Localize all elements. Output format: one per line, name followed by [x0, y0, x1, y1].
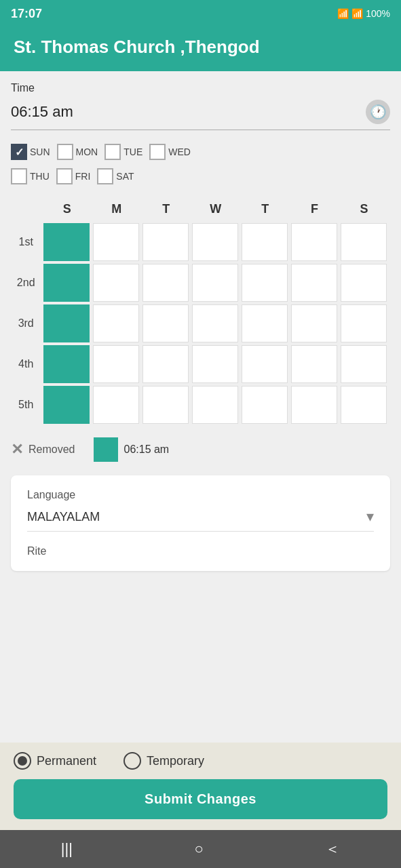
radio-permanent[interactable]: Permanent: [14, 752, 96, 770]
day-wed[interactable]: WED: [149, 144, 191, 160]
table-row: 5th: [14, 386, 387, 424]
day-fri[interactable]: FRI: [56, 168, 91, 184]
label-sun: SUN: [30, 146, 50, 157]
submit-button[interactable]: Submit Changes: [14, 779, 387, 819]
table-row: 3rd: [14, 304, 387, 342]
cell-3rd-s[interactable]: [43, 304, 90, 342]
home-icon[interactable]: ○: [194, 840, 203, 858]
cell-2nd-f[interactable]: [291, 264, 338, 302]
dropdown-arrow-icon[interactable]: ▾: [366, 508, 374, 526]
label-mon: MON: [76, 146, 98, 157]
cell-2nd-t2[interactable]: [242, 264, 288, 302]
col-header-t1: T: [142, 198, 189, 220]
radio-outer-permanent: [14, 752, 31, 770]
cell-1st-f[interactable]: [291, 223, 338, 261]
back-icon[interactable]: ＜: [325, 839, 340, 859]
cell-5th-f[interactable]: [291, 386, 338, 424]
cell-3rd-t2[interactable]: [242, 304, 288, 342]
row-label-4th: 4th: [14, 345, 41, 383]
legend-time: 06:15 am: [94, 437, 169, 462]
legend-removed: ✕ Removed: [11, 441, 75, 458]
language-select-row[interactable]: MALAYALAM ▾: [27, 508, 374, 532]
cell-3rd-f[interactable]: [291, 304, 338, 342]
cell-4th-t1[interactable]: [142, 345, 189, 383]
cell-4th-s2[interactable]: [341, 345, 387, 383]
rite-label: Rite: [27, 545, 374, 557]
cell-2nd-s[interactable]: [43, 264, 90, 302]
cell-2nd-s2[interactable]: [341, 264, 387, 302]
cell-5th-s[interactable]: [43, 386, 90, 424]
cell-5th-s2[interactable]: [341, 386, 387, 424]
col-header-w: W: [192, 198, 239, 220]
cell-2nd-m[interactable]: [93, 264, 140, 302]
legend-time-value: 06:15 am: [123, 443, 169, 456]
day-sat[interactable]: SAT: [97, 168, 134, 184]
col-header-m: M: [93, 198, 140, 220]
calendar-section: S M T W T F S 1st: [11, 195, 390, 427]
cell-5th-t1[interactable]: [142, 386, 189, 424]
day-sun[interactable]: SUN: [11, 144, 50, 160]
checkbox-mon[interactable]: [57, 144, 73, 160]
checkbox-sat[interactable]: [97, 168, 113, 184]
time-value: 06:15 am: [11, 103, 73, 121]
time-label: Time: [11, 82, 390, 94]
cell-1st-m[interactable]: [93, 223, 140, 261]
checkbox-fri[interactable]: [56, 168, 73, 184]
cell-5th-m[interactable]: [93, 386, 140, 424]
cell-3rd-t1[interactable]: [142, 304, 189, 342]
radio-temporary[interactable]: Temporary: [123, 752, 204, 770]
color-box: [94, 437, 118, 462]
status-bar: 17:07 📶 📶 100%: [0, 0, 401, 27]
row-label-5th: 5th: [14, 386, 41, 424]
cell-3rd-s2[interactable]: [341, 304, 387, 342]
cell-5th-t2[interactable]: [242, 386, 288, 424]
radio-outer-temporary: [123, 752, 141, 770]
cell-3rd-m[interactable]: [93, 304, 140, 342]
nav-bar: ||| ○ ＜: [0, 830, 401, 868]
cell-1st-s2[interactable]: [341, 223, 387, 261]
permanent-label: Permanent: [37, 754, 96, 768]
menu-icon[interactable]: |||: [61, 840, 73, 858]
cell-4th-t2[interactable]: [242, 345, 288, 383]
signal-icon: 📶: [351, 8, 363, 19]
radio-inner-permanent: [18, 756, 27, 766]
checkbox-tue[interactable]: [104, 144, 121, 160]
cell-2nd-t1[interactable]: [142, 264, 189, 302]
cell-1st-s[interactable]: [43, 223, 90, 261]
calendar-grid: S M T W T F S 1st: [11, 195, 390, 427]
cell-4th-f[interactable]: [291, 345, 338, 383]
col-header-f: F: [291, 198, 338, 220]
label-fri: FRI: [75, 171, 91, 182]
day-thu[interactable]: THU: [11, 168, 50, 184]
language-value: MALAYALAM: [27, 510, 100, 524]
day-mon[interactable]: MON: [57, 144, 98, 160]
days-row-1: SUN MON TUE WED: [11, 144, 390, 160]
cell-1st-t2[interactable]: [242, 223, 288, 261]
col-header-s2: S: [341, 198, 387, 220]
cell-5th-w[interactable]: [192, 386, 239, 424]
church-title: St. Thomas Church ,Thengod: [14, 37, 260, 57]
cell-3rd-w[interactable]: [192, 304, 239, 342]
time-input-row[interactable]: 06:15 am 🕐: [11, 100, 390, 130]
cell-1st-t1[interactable]: [142, 223, 189, 261]
cell-2nd-w[interactable]: [192, 264, 239, 302]
checkbox-wed[interactable]: [149, 144, 166, 160]
calendar-header-row: S M T W T F S: [14, 198, 387, 220]
row-label-2nd: 2nd: [14, 264, 41, 302]
col-header-s1: S: [43, 198, 90, 220]
cell-1st-w[interactable]: [192, 223, 239, 261]
cell-4th-m[interactable]: [93, 345, 140, 383]
cell-4th-w[interactable]: [192, 345, 239, 383]
battery-label: 100%: [366, 8, 390, 19]
day-tue[interactable]: TUE: [104, 144, 142, 160]
cell-4th-s[interactable]: [43, 345, 90, 383]
clock-icon[interactable]: 🕐: [366, 100, 390, 124]
temporary-label: Temporary: [147, 754, 204, 768]
label-wed: WED: [168, 146, 191, 157]
app-header: St. Thomas Church ,Thengod: [0, 27, 401, 71]
x-icon: ✕: [11, 441, 23, 458]
bottom-bar: Permanent Temporary Submit Changes: [0, 743, 401, 830]
checkbox-sun[interactable]: [11, 144, 27, 160]
checkbox-thu[interactable]: [11, 168, 27, 184]
wifi-icon: 📶: [337, 8, 349, 19]
